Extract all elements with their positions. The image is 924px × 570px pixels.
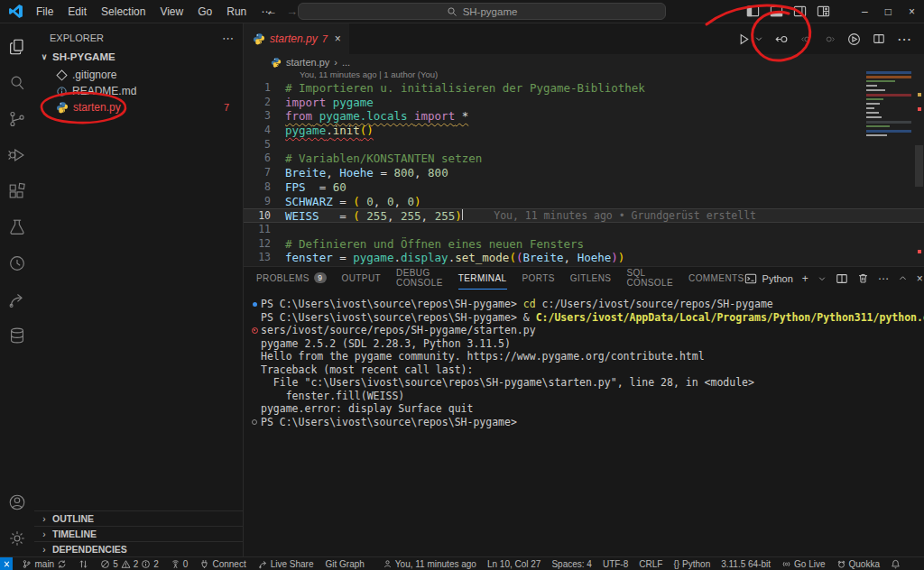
file-starten-py[interactable]: starten.py7 [34,99,243,115]
menu-view[interactable]: View [152,5,190,18]
status-python-version[interactable]: 3.11.5 64-bit [721,559,771,569]
ellipsis-icon[interactable]: ⋯ [897,31,911,48]
activity-extensions[interactable] [0,173,34,209]
ellipsis-icon[interactable]: ⋯ [878,272,889,285]
status-indentation[interactable]: Spaces: 4 [551,559,591,569]
file--gitignore[interactable]: .gitignore [34,67,243,83]
split-editor-icon[interactable] [836,272,848,285]
status-ports-forwarded[interactable]: 0 [171,559,189,569]
terminal-line-9: pygame.error: display Surface quit [244,402,924,416]
status-blame[interactable]: You, 11 minutes ago [383,559,476,569]
status-git-graph[interactable]: Git Graph [325,559,364,569]
layout-sidebar-left-icon[interactable] [746,5,760,18]
chevron-down-icon[interactable] [754,34,763,43]
status-cursor-position[interactable]: Ln 10, Col 27 [487,559,541,569]
remote-indicator[interactable] [0,557,13,570]
breadcrumb[interactable]: starten.py › ... [244,54,924,69]
status-encoding[interactable]: UTF-8 [603,559,628,569]
activity-testing[interactable] [0,209,34,245]
maximize-window-icon[interactable]: □ [885,5,892,18]
chevron-down-icon: ∨ [39,52,50,61]
activity-database[interactable] [0,317,34,354]
section-outline[interactable]: ›OUTLINE [34,510,243,526]
menu-selection[interactable]: Selection [94,5,152,18]
code-editor[interactable]: You, 11 minutes ago | 1 author (You) 1# … [244,69,924,266]
layout-sidebar-right-icon[interactable] [793,5,807,18]
plus-icon[interactable]: + [802,272,808,285]
panel-tab-terminal[interactable]: TERMINAL [458,267,507,290]
command-pending-icon [248,419,261,425]
status-problems[interactable]: 522 [100,559,159,569]
status-language-mode[interactable]: {}Python [673,559,710,569]
panel-tab-ports[interactable]: PORTS [522,267,555,290]
minimap-row [866,76,911,78]
panel-tab-comments[interactable]: COMMENTS [688,267,744,290]
status-compare-changes[interactable] [79,559,88,569]
minimize-window-icon[interactable]: – [862,5,868,18]
chevron-up-icon[interactable] [898,273,908,283]
tab-starten-py[interactable]: starten.py 7 × [244,23,349,54]
scrollbar[interactable] [915,145,923,187]
activity-live-share[interactable] [0,281,34,317]
panel-tab-output[interactable]: OUTPUT [342,267,382,290]
command-center-search[interactable]: SH-pygame [298,3,666,20]
close-icon[interactable]: × [917,272,923,285]
section-label: OUTLINE [52,513,94,524]
activity-explorer[interactable] [0,29,34,65]
trash-icon[interactable] [857,272,869,284]
terminal-icon[interactable] [744,272,757,285]
menu-go[interactable]: Go [190,5,219,18]
activity-source-control[interactable] [0,101,34,137]
activity-settings[interactable] [0,520,34,556]
file-name: README.md [72,85,136,97]
back-arrow-icon[interactable]: ← [265,5,277,18]
status-notifications[interactable] [891,559,901,569]
terminal-output[interactable]: PS C:\Users\ivost\source\repos\SH-pygame… [244,290,924,428]
split-editor-icon[interactable] [873,32,885,45]
terminal-line-5: Hello from the pygame community. https:/… [244,350,924,363]
account-icon [7,492,27,512]
status-text: Ln 10, Col 27 [487,559,541,569]
error-icon [100,559,110,569]
status-connect[interactable]: Connect [199,559,245,569]
python-icon [56,101,69,114]
prev-change-icon[interactable] [800,33,812,45]
forward-arrow-icon[interactable]: → [286,5,298,18]
layout-panel-icon[interactable] [770,5,783,18]
codelens-annotation[interactable]: You, 11 minutes ago | 1 author (You) [244,69,924,81]
panel-tab-gitlens[interactable]: GITLENS [570,267,612,290]
menu-run[interactable]: Run [219,5,254,18]
activity-account[interactable] [0,484,34,520]
run-interactive-icon[interactable] [847,32,861,46]
activity-gitlens[interactable] [0,245,34,281]
explorer-root-folder[interactable]: ∨ SH-PYGAME [34,47,243,67]
status-text: Git Graph [325,559,364,569]
close-window-icon[interactable]: × [909,5,915,18]
minimap[interactable] [866,71,911,139]
chevron-down-icon[interactable] [818,274,827,283]
panel-tab-label: SQL CONSOLE [626,268,673,288]
status-eol[interactable]: CRLF [639,559,662,569]
code-line-12: 12# Definieren und Öffnen eines neuen Fe… [244,237,924,252]
panel-tab-sql-console[interactable]: SQL CONSOLE [626,267,673,290]
terminal-text: pygame.error: display Surface quit [261,402,473,416]
section-timeline[interactable]: ›TIMELINE [34,526,243,541]
explorer-more-actions-icon[interactable]: ⋯ [222,32,234,45]
activity-run-debug[interactable] [0,137,34,173]
activity-search[interactable] [0,65,34,101]
panel-tab-debug-console[interactable]: DEBUG CONSOLE [396,267,443,290]
panel-tab-problems[interactable]: PROBLEMS9 [256,267,327,290]
menu-edit[interactable]: Edit [60,5,94,18]
layout-customize-icon[interactable] [817,5,830,18]
close-tab-icon[interactable]: × [335,32,341,45]
status-go-live[interactable]: Go Live [781,559,825,569]
section-dependencies[interactable]: ›DEPENDENCIES [34,541,243,556]
status-branch[interactable]: main [22,559,67,569]
open-changes-icon[interactable] [775,32,789,46]
next-change-icon[interactable] [824,33,836,45]
menu-file[interactable]: File [29,5,60,18]
status-quokka[interactable]: Quokka [836,559,880,569]
status-live-share[interactable]: Live Share [258,559,314,569]
file-readme-md[interactable]: README.md [34,83,243,99]
run-icon[interactable] [737,32,751,46]
